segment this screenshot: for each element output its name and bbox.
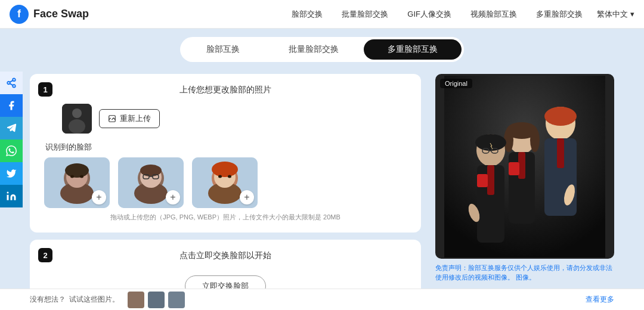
nav-video[interactable]: 视频脸部互换 [470,9,517,20]
svg-point-35 [544,107,577,126]
twitter-button[interactable] [0,162,23,185]
share-button[interactable] [0,72,23,94]
face-plus-3[interactable]: + [240,190,254,204]
lang-arrow: ▾ [630,10,634,18]
svg-point-16 [80,175,83,178]
facebook-button[interactable] [0,94,23,117]
bottom-bar: 没有想法？ 试试这些图片。 查看更多 [0,289,644,310]
reupload-button[interactable]: 重新上传 [99,109,160,128]
svg-rect-51 [487,165,494,195]
svg-point-14 [65,163,89,178]
app-title: Face Swap [33,8,89,20]
nav-gif[interactable]: GIF人像交换 [407,9,451,20]
sample-thumb-1[interactable] [128,292,144,308]
main-nav: 脸部交换 批量脸部交换 GIF人像交换 视频脸部互换 多重脸部交换 [292,9,583,20]
step2-number: 2 [38,248,52,262]
svg-point-5 [7,192,9,194]
logo-icon: f [10,5,29,24]
svg-rect-52 [477,174,488,187]
face-plus-1[interactable]: + [92,190,106,204]
faces-row: + [44,157,407,208]
face-plus-2[interactable]: + [166,190,180,204]
svg-point-8 [69,119,85,134]
step1-title: 上传您想更改脸部的照片 [44,85,407,95]
svg-rect-37 [557,138,564,168]
preview-box: Original [435,74,614,259]
tabs-container: 脸部互换 批量脸部交换 多重脸部互换 [180,37,464,62]
preview-image [435,74,614,259]
bottom-try-text: 试试这些图片。 [69,294,119,305]
disclaimer-text: 免责声明：脸部互换服务仅供个人娱乐使用，请勿分发或非法使用修改后的视频和图像。 … [435,264,614,283]
tabs-bar: 脸部互换 批量脸部交换 多重脸部互换 [0,29,644,68]
see-more-link[interactable]: 查看更多 [586,294,614,305]
svg-line-3 [10,83,13,85]
svg-rect-44 [509,162,519,175]
svg-point-31 [228,175,231,178]
nav-multi[interactable]: 多重脸部交换 [536,9,583,20]
step1-number: 1 [38,82,52,97]
svg-line-4 [10,80,13,82]
sample-thumb-3[interactable] [168,292,185,308]
upload-area: 重新上传 [62,104,407,134]
svg-point-1 [7,82,10,85]
tab-batch[interactable]: 批量脸部交换 [265,39,363,60]
faces-section-label: 识别到的脸部 [45,142,407,153]
sidebar-social [0,72,23,207]
svg-point-41 [530,128,540,152]
svg-point-0 [13,79,16,82]
language-switcher[interactable]: 繁体中文 ▾ [597,9,634,20]
right-panel: Original [435,74,614,289]
face-slot-2[interactable]: + [118,157,184,208]
svg-point-2 [13,85,16,88]
original-badge: Original [440,79,472,88]
reupload-label: 重新上传 [120,113,151,124]
nav-batch[interactable]: 批量脸部交换 [342,9,388,20]
upload-hint: 拖动或上传您的（JPG, PNG, WEBP）照片，上传文件大小的最大限制是 2… [44,213,407,222]
svg-point-46 [475,134,506,151]
linkedin-button[interactable] [0,185,23,207]
uploaded-thumbnail [62,104,92,134]
svg-point-30 [218,175,222,178]
step2-card: 2 点击立即交换脸部以开始 立即交换脸部 [30,240,421,289]
logo-area: f Face Swap [10,5,89,24]
face-slot-1[interactable]: + [44,157,110,208]
bottom-question: 没有想法？ [30,294,66,305]
svg-point-7 [72,108,82,118]
svg-point-29 [212,162,238,177]
whatsapp-button[interactable] [0,140,23,162]
lang-label: 繁体中文 [597,9,628,20]
disclaimer-link[interactable]: 图像。 [516,274,535,281]
left-panel: 1 上传您想更改脸部的照片 重新上传 识别到的脸部 [30,74,421,289]
main-content: 1 上传您想更改脸部的照片 重新上传 识别到的脸部 [0,68,644,289]
face-slot-3[interactable]: + [192,157,258,208]
step1-card: 1 上传您想更改脸部的照片 重新上传 识别到的脸部 [30,74,421,232]
sample-thumb-2[interactable] [148,292,165,308]
telegram-button[interactable] [0,117,23,140]
svg-point-15 [70,175,74,178]
header: f Face Swap 脸部交换 批量脸部交换 GIF人像交换 视频脸部互换 多… [0,0,644,29]
tab-multi[interactable]: 多重脸部互换 [364,39,462,60]
tab-face-swap[interactable]: 脸部互换 [182,39,264,60]
swap-button[interactable]: 立即交换脸部 [185,275,266,289]
step2-title: 点击立即交换脸部以开始 [179,250,271,261]
nav-face-swap[interactable]: 脸部交换 [292,9,323,20]
